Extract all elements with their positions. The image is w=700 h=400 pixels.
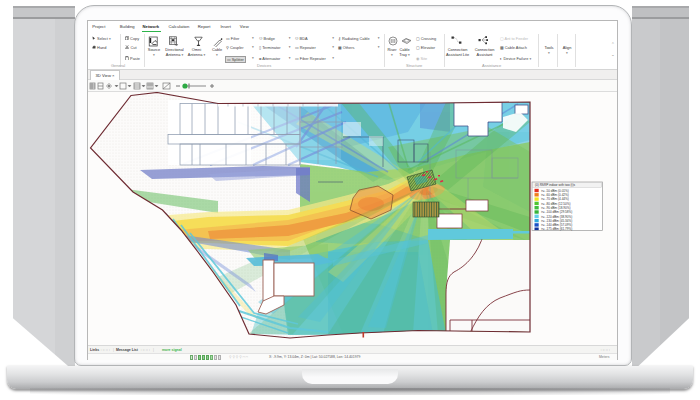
- svg-text:(0) RSRP indoor with two (t)s: (0) RSRP indoor with two (t)s: [535, 183, 575, 187]
- svg-text:>= -175 dBm (61.79%): >= -175 dBm (61.79%): [541, 227, 572, 231]
